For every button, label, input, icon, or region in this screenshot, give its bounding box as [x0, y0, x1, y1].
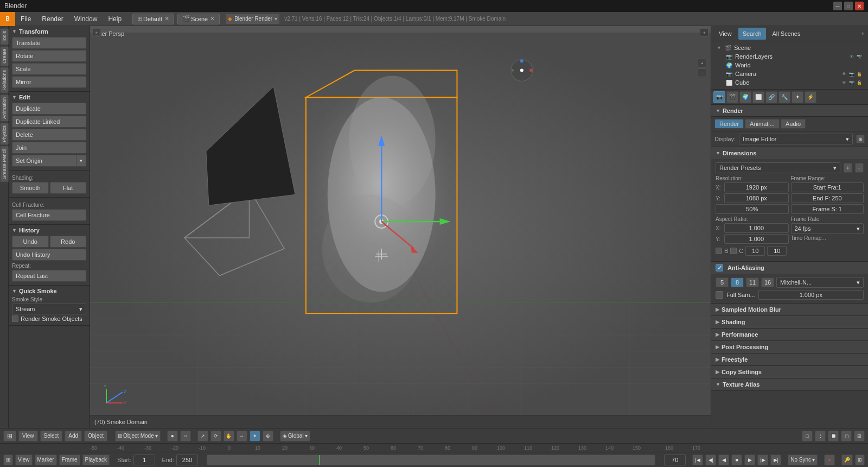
shading-props-header[interactable]: ▶ Shading	[711, 316, 868, 328]
vp-right-btn-1[interactable]: □	[802, 431, 813, 441]
flat-button[interactable]: Flat	[50, 182, 87, 194]
smoke-style-dropdown[interactable]: Stream ▾	[12, 304, 86, 314]
vp-right-btn-4[interactable]: ◻	[841, 431, 852, 441]
vp-right-btn-2[interactable]: ⋮	[815, 431, 826, 441]
render-presets-add[interactable]: +	[844, 163, 852, 173]
vtab-grease-pencil[interactable]: Grease Pencil	[0, 146, 9, 182]
vp-btn-1[interactable]: ↗	[197, 431, 208, 441]
render-presets-dropdown[interactable]: Render Presets ▾	[716, 162, 840, 173]
scene-selector[interactable]: 🎬 Scene ✕	[177, 14, 220, 24]
aa-filter-dropdown[interactable]: Mitchell-N... ▾	[776, 277, 864, 288]
sampled-motion-blur-header[interactable]: ▶ Sampled Motion Blur	[711, 304, 868, 315]
tl-keying-btn[interactable]: 🔑	[841, 455, 853, 465]
vtab-animation[interactable]: Animation	[0, 94, 9, 122]
c-checkbox[interactable]	[730, 248, 737, 254]
display-expand-btn[interactable]: ⊞	[856, 135, 865, 143]
current-frame-field[interactable]: 70	[664, 455, 686, 465]
performance-header[interactable]: ▶ Performance	[711, 329, 868, 340]
vp-btn-4[interactable]: ↔	[237, 431, 247, 441]
cell-fracture-button[interactable]: Cell Fracture	[12, 209, 86, 221]
prop-icon-scene[interactable]: 🎬	[726, 91, 738, 103]
remap-val2-field[interactable]: 10	[767, 246, 787, 256]
close-button[interactable]: ✕	[855, 2, 864, 10]
play-backward-btn[interactable]: ◀	[718, 455, 729, 465]
frame-s-field[interactable]: Frame S: 1	[791, 204, 864, 214]
end-frame-field[interactable]: 250	[176, 455, 198, 465]
timeline-marker-btn[interactable]: Marker	[35, 455, 57, 465]
aa-num-8[interactable]: 8	[731, 277, 744, 287]
vp-btn-6[interactable]: ⊕	[263, 431, 273, 441]
history-header[interactable]: ▼ History	[12, 227, 86, 234]
right-tab-all-scenes[interactable]: All Scenes	[768, 28, 805, 40]
display-dropdown[interactable]: Image Editor ▾	[739, 134, 853, 144]
blender-logo[interactable]: B	[0, 12, 15, 26]
right-panel-plus[interactable]: +	[861, 30, 865, 37]
scene-item-cube[interactable]: ⬜ Cube 👁 📷 🔒	[714, 78, 865, 87]
timeline-playback-btn[interactable]: Playback	[82, 455, 110, 465]
solid-shade-btn[interactable]: ●	[167, 431, 178, 441]
right-tab-view[interactable]: View	[714, 28, 736, 40]
full-sample-checkbox[interactable]	[716, 291, 723, 299]
vtab-tools[interactable]: Tools	[0, 28, 9, 45]
vtab-physics[interactable]: Physics	[0, 123, 9, 145]
render-tab-render[interactable]: Render	[714, 119, 744, 129]
prop-icon-physics[interactable]: ⚡	[805, 91, 816, 103]
dimensions-header[interactable]: ▼ Dimensions	[711, 147, 868, 159]
mode-dropdown[interactable]: ⊞ Object Mode ▾	[115, 431, 161, 441]
renderlayers-render[interactable]: 📷	[856, 53, 863, 60]
rotate-button[interactable]: Rotate	[12, 50, 86, 62]
duplicate-button[interactable]: Duplicate	[12, 103, 86, 115]
pivot-dropdown[interactable]: ◈ Global ▾	[280, 431, 310, 441]
set-origin-arrow-button[interactable]: ▾	[76, 155, 86, 167]
nav-zoom-out[interactable]: −	[698, 68, 706, 77]
cube-render[interactable]: 📷	[848, 79, 855, 86]
scene-item-renderlayers[interactable]: 📷 RenderLayers 👁 📷	[714, 52, 865, 61]
timeline-frame-btn[interactable]: Frame	[59, 455, 80, 465]
redo-button[interactable]: Redo	[50, 236, 87, 248]
fps-dropdown[interactable]: 24 fps ▾	[791, 223, 864, 234]
record-btn[interactable]: ●	[824, 455, 835, 465]
maximize-button[interactable]: □	[844, 2, 853, 10]
undo-history-button[interactable]: Undo History	[12, 249, 86, 261]
scale-button[interactable]: Scale	[12, 63, 86, 75]
cube-lock[interactable]: 🔒	[856, 79, 863, 86]
remap-val1-field[interactable]: 10	[745, 246, 765, 256]
view-menu-btn[interactable]: View	[18, 431, 38, 441]
renderlayers-eye[interactable]: 👁	[848, 53, 855, 60]
start-frame-field[interactable]: 1	[133, 455, 155, 465]
y-resolution-field[interactable]: 1080 px	[724, 193, 789, 203]
prop-icon-world[interactable]: 🌍	[739, 91, 751, 103]
translate-button[interactable]: Translate	[12, 37, 86, 49]
wire-shade-btn[interactable]: ○	[180, 431, 191, 441]
vtab-create[interactable]: Create	[0, 46, 9, 66]
scene-item-scene[interactable]: ▼ 🎬 Scene	[714, 43, 865, 52]
menu-help[interactable]: Help	[103, 12, 127, 26]
vp-btn-5[interactable]: ✦	[250, 431, 260, 441]
viewport-corner-top-left[interactable]: +	[92, 28, 101, 37]
cube-vis[interactable]: 👁	[841, 79, 847, 86]
render-tab-audio[interactable]: Audio	[781, 119, 806, 129]
vtab-relations[interactable]: Relations	[0, 67, 9, 93]
vp-right-btn-5[interactable]: ⊞	[854, 431, 865, 441]
texture-atlas-header[interactable]: ▼ Texture Atlas	[711, 378, 868, 390]
aa-num-5[interactable]: 5	[716, 277, 729, 287]
start-fra-field[interactable]: Start Fra:1	[791, 182, 864, 192]
prev-keyframe-btn[interactable]: ◀|	[705, 455, 716, 465]
jump-start-btn[interactable]: |◀	[692, 455, 703, 465]
menu-file[interactable]: File	[15, 12, 36, 26]
y-aspect-field[interactable]: 1.000	[724, 234, 789, 244]
sync-dropdown[interactable]: No Sync ▾	[788, 455, 818, 465]
timeline-scrubber[interactable]	[207, 455, 655, 465]
prop-icon-particles[interactable]: ✦	[792, 91, 803, 103]
resolution-percent[interactable]: 50%	[716, 204, 789, 214]
workspace-selector[interactable]: ⊞ Default ✕	[132, 14, 174, 24]
object-menu-btn[interactable]: Object	[84, 431, 107, 441]
mirror-button[interactable]: Mirror	[12, 76, 86, 88]
minimize-button[interactable]: ─	[833, 2, 842, 10]
join-button[interactable]: Join	[12, 142, 86, 154]
prop-icon-modifiers[interactable]: 🔧	[778, 91, 790, 103]
transform-header[interactable]: ▼ Transform	[12, 28, 86, 35]
menu-render[interactable]: Render	[36, 12, 68, 26]
prop-icon-object[interactable]: ⬜	[752, 91, 764, 103]
prop-icon-render[interactable]: 📷	[713, 91, 725, 103]
